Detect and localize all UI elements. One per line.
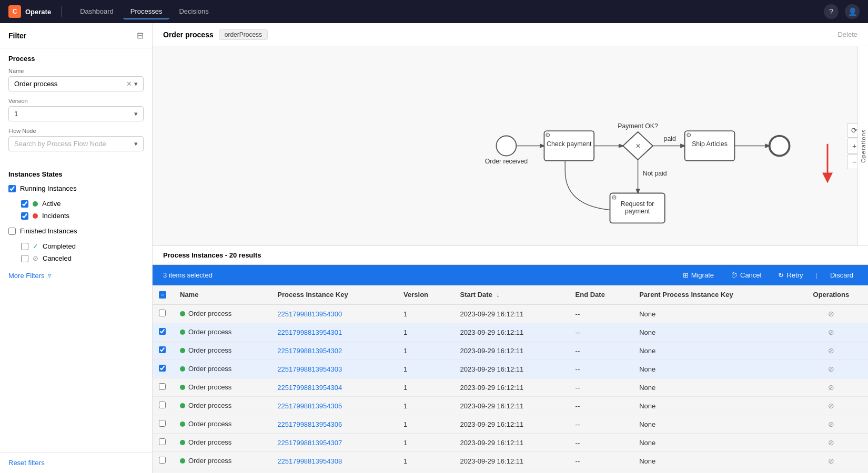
canceled-checkbox[interactable]: ⊘ Canceled [21, 253, 144, 263]
retry-button[interactable]: ↻ Retry [774, 269, 807, 281]
row-key-link[interactable]: 22517998813954302 [277, 347, 342, 355]
filter-toggle-icon[interactable]: ⊟ [137, 30, 144, 40]
row-name: Order process [174, 304, 271, 323]
row-key-link[interactable]: 22517998813954307 [277, 439, 342, 447]
more-filters-button[interactable]: More Filters ▿ [0, 268, 152, 284]
row-parent-key: None [633, 360, 794, 378]
svg-text:Request for: Request for [621, 200, 654, 208]
row-checkbox[interactable] [159, 383, 166, 390]
migrate-icon: ⊞ [683, 271, 689, 279]
active-input[interactable] [21, 200, 28, 208]
svg-point-6 [496, 136, 516, 156]
row-select-cell [153, 323, 174, 342]
row-cancel-icon[interactable]: ⊘ [828, 420, 834, 428]
logo-icon: C [8, 5, 21, 18]
running-group: Running Instances Active Incidents [8, 183, 144, 221]
row-status-dot [180, 421, 185, 427]
version-dropdown-icon[interactable]: ▾ [134, 110, 138, 118]
operations-panel-tab[interactable]: Operations [857, 46, 868, 245]
row-select-cell [153, 452, 174, 470]
flow-node-select[interactable]: Search by Process Flow Node ▾ [8, 136, 144, 151]
svg-text:Order received: Order received [485, 158, 528, 165]
row-key-link[interactable]: 22517998813954304 [277, 384, 342, 392]
row-key-link[interactable]: 22517998813954305 [277, 402, 342, 410]
running-instances-input[interactable] [8, 185, 16, 192]
row-operations-cell: ⊘ [794, 415, 868, 434]
row-checkbox[interactable] [159, 420, 166, 427]
row-key-link[interactable]: 22517998813954306 [277, 420, 342, 428]
bulk-action-bar: 3 items selected ⊞ Migrate ⏱ Cancel ↻ Re… [153, 265, 868, 285]
row-parent-key: None [633, 378, 794, 397]
row-end-date: -- [569, 342, 633, 360]
row-status-dot [180, 385, 185, 390]
th-end-date-label: End Date [576, 291, 605, 299]
row-key-link[interactable]: 22517998813954303 [277, 365, 342, 373]
running-instances-checkbox[interactable]: Running Instances [8, 183, 144, 193]
user-button[interactable]: 👤 [845, 4, 860, 19]
svg-text:paid: paid [664, 135, 676, 142]
row-checkbox[interactable] [159, 346, 166, 353]
migrate-button[interactable]: ⊞ Migrate [679, 269, 718, 281]
reset-filters-button[interactable]: Reset filters [0, 452, 152, 473]
cancel-button[interactable]: ⏱ Cancel [726, 269, 765, 281]
nav-tab-dashboard[interactable]: Dashboard [73, 4, 121, 19]
row-key: 22517998813954303 [271, 360, 397, 378]
row-cancel-icon[interactable]: ⊘ [828, 365, 834, 373]
app-logo: C Operate [8, 5, 51, 18]
svg-text:✕: ✕ [635, 142, 641, 150]
row-key-link[interactable]: 22517998813954308 [277, 457, 342, 465]
completed-input[interactable] [21, 243, 28, 250]
nav-tab-processes[interactable]: Processes [123, 4, 170, 19]
row-checkbox[interactable] [159, 365, 166, 372]
active-checkbox[interactable]: Active [21, 199, 144, 209]
help-button[interactable]: ? [824, 4, 839, 19]
row-cancel-icon[interactable]: ⊘ [828, 438, 834, 447]
row-key-link[interactable]: 22517998813954300 [277, 310, 342, 318]
instances-table-body: Order process 22517998813954300 1 2023-0… [153, 304, 868, 470]
row-cancel-icon[interactable]: ⊘ [828, 457, 834, 465]
nav-tab-decisions[interactable]: Decisions [171, 4, 216, 19]
th-key: Process Instance Key [271, 285, 397, 304]
row-cancel-icon[interactable]: ⊘ [828, 328, 834, 336]
name-dropdown-icon[interactable]: ▾ [134, 80, 138, 88]
th-start-date[interactable]: Start Date ↓ [453, 285, 569, 304]
row-select-cell [153, 304, 174, 323]
th-operations-label: Operations [813, 291, 850, 299]
row-cancel-icon[interactable]: ⊘ [828, 402, 834, 410]
row-end-date: -- [569, 323, 633, 342]
instances-states-section: Instances States Running Instances Activ… [0, 164, 152, 268]
incidents-input[interactable] [21, 212, 28, 220]
running-sub-group: Active Incidents [21, 199, 144, 221]
row-parent-key: None [633, 323, 794, 342]
row-checkbox[interactable] [159, 310, 166, 316]
th-parent-key-label: Parent Process Instance Key [639, 291, 733, 299]
incidents-checkbox[interactable]: Incidents [21, 211, 144, 221]
row-checkbox[interactable] [159, 328, 166, 335]
row-checkbox[interactable] [159, 438, 166, 445]
canceled-input[interactable] [21, 255, 28, 262]
flow-node-dropdown-icon[interactable]: ▾ [134, 140, 138, 148]
row-key: 22517998813954305 [271, 397, 397, 415]
row-cancel-icon[interactable]: ⊘ [828, 346, 834, 355]
version-select[interactable]: 1 ▾ [8, 106, 144, 121]
finished-instances-input[interactable] [8, 228, 16, 235]
row-checkbox[interactable] [159, 457, 166, 464]
finished-instances-checkbox[interactable]: Finished Instances [8, 226, 144, 236]
discard-label: Discard [830, 271, 853, 279]
row-status-dot [180, 440, 185, 445]
finished-group: Finished Instances ✓ Completed ⊘ Cancele… [8, 226, 144, 263]
process-name-select[interactable]: Order process ✕ ▾ [8, 76, 144, 91]
delete-button[interactable]: Delete [837, 30, 857, 38]
row-checkbox[interactable] [159, 402, 166, 408]
instances-separator: - [225, 251, 227, 259]
th-key-label: Process Instance Key [277, 291, 348, 299]
row-cancel-icon[interactable]: ⊘ [828, 310, 834, 318]
row-key-link[interactable]: 22517998813954301 [277, 328, 342, 336]
process-section-title: Process [8, 55, 144, 63]
instances-results: 20 results [229, 251, 261, 259]
discard-button[interactable]: Discard [826, 269, 857, 281]
clear-name-icon[interactable]: ✕ [126, 80, 132, 88]
completed-checkbox[interactable]: ✓ Completed [21, 241, 144, 251]
row-cancel-icon[interactable]: ⊘ [828, 383, 834, 392]
select-all-checkbox[interactable]: − [159, 291, 166, 299]
